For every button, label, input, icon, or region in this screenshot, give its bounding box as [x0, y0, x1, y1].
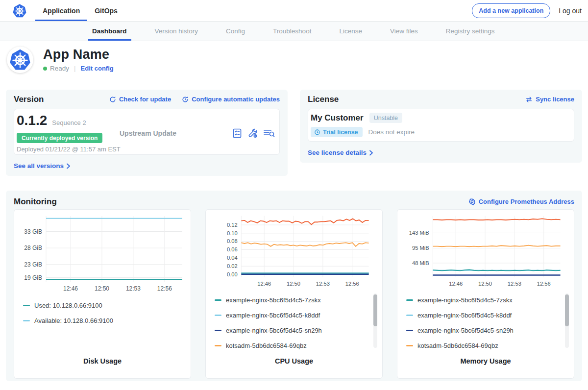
see-all-versions-link[interactable]: See all versions	[14, 162, 71, 170]
legend-color-dash	[215, 330, 221, 331]
license-card: License Sync license My Customer Unstabl…	[300, 90, 582, 163]
monitoring-card: Monitoring Configure Prometheus Address …	[6, 191, 582, 381]
release-notes-icon[interactable]	[232, 128, 243, 139]
gear-icon	[468, 198, 476, 205]
subnav-tab-registry-settings[interactable]: Registry settings	[446, 22, 495, 41]
chevron-right-icon	[66, 163, 71, 169]
logout-link[interactable]: Log out	[559, 7, 582, 15]
legend-item: Available: 10.128.0.66:9100	[23, 317, 181, 324]
legend-color-dash	[406, 345, 413, 346]
subnav-tab-version-history[interactable]: Version history	[155, 22, 198, 41]
legend-item: kotsadm-5db6dc6584-69qbz	[215, 342, 372, 349]
legend-color-dash	[215, 315, 221, 316]
see-license-details-link[interactable]: See license details	[308, 149, 373, 156]
svg-text:12:46: 12:46	[63, 285, 78, 292]
chart-plot: 33 GiB28 GiB23 GiB19 GiB12:4612:5012:531…	[14, 213, 191, 297]
legend-color-dash	[406, 299, 413, 301]
legend-label: Available: 10.128.0.66:9100	[34, 317, 113, 324]
chart-legend: example-nginx-5bc6f5d4c5-7zskxexample-ng…	[397, 292, 574, 357]
divider: |	[74, 65, 76, 72]
legend-scrollbar[interactable]	[373, 293, 377, 348]
license-type-badge: Trial license	[311, 127, 363, 137]
topnav-tabs: ApplicationGitOps	[35, 0, 125, 21]
monitoring-panels: 33 GiB28 GiB23 GiB19 GiB12:4612:5012:531…	[14, 209, 574, 379]
svg-text:0.06: 0.06	[227, 246, 238, 252]
svg-text:48 MiB: 48 MiB	[412, 260, 429, 266]
subnav-tab-dashboard[interactable]: Dashboard	[92, 22, 127, 41]
chart-title: Memory Usage	[397, 357, 574, 366]
subnav: DashboardVersion historyConfigTroublesho…	[0, 22, 588, 41]
svg-text:12:53: 12:53	[316, 281, 330, 287]
svg-text:12:53: 12:53	[126, 285, 141, 292]
chart-plot: 0.120.100.080.060.040.020.0012:4612:5012…	[206, 213, 382, 292]
legend-color-dash	[406, 315, 413, 316]
svg-text:33 GiB: 33 GiB	[24, 228, 42, 235]
svg-text:19 GiB: 19 GiB	[24, 274, 42, 281]
legend-item: example-nginx-5bc6f5d4c5-k8ddf	[215, 312, 372, 319]
legend-scrollbar-thumb[interactable]	[565, 294, 569, 326]
kubernetes-logo-icon	[12, 0, 27, 21]
legend-label: example-nginx-5bc6f5d4c5-k8ddf	[417, 312, 512, 319]
legend-item: example-nginx-5bc6f5d4c5-7zskx	[406, 296, 564, 304]
svg-text:0.00: 0.00	[227, 271, 238, 277]
legend-item: Used: 10.128.0.66:9100	[23, 302, 181, 309]
configure-automatic-updates-link[interactable]: Configure automatic updates	[182, 96, 280, 103]
chart-legend: Used: 10.128.0.66:9100Available: 10.128.…	[14, 297, 191, 357]
svg-text:12:56: 12:56	[537, 281, 551, 287]
svg-text:12:46: 12:46	[257, 281, 271, 287]
topnav-tab-gitops[interactable]: GitOps	[87, 0, 125, 21]
status-dot	[43, 67, 47, 71]
chart-title: CPU Usage	[206, 357, 382, 366]
legend-color-dash	[23, 305, 30, 306]
legend-label: example-nginx-5bc6f5d4c5-7zskx	[417, 296, 513, 304]
svg-text:12:50: 12:50	[478, 281, 492, 287]
svg-text:95 MiB: 95 MiB	[412, 245, 429, 251]
legend-color-dash	[215, 299, 221, 301]
config-wrench-icon[interactable]	[247, 128, 258, 139]
chart-title: Disk Usage	[14, 357, 191, 366]
subnav-tab-config[interactable]: Config	[226, 22, 245, 41]
svg-text:12:46: 12:46	[449, 281, 463, 287]
legend-color-dash	[215, 345, 221, 346]
legend-scrollbar-thumb[interactable]	[373, 294, 377, 326]
sync-license-link[interactable]: Sync license	[525, 96, 574, 103]
legend-color-dash	[23, 320, 30, 321]
svg-text:12:53: 12:53	[508, 281, 521, 287]
top-nav: ApplicationGitOps Add a new application …	[0, 0, 588, 22]
svg-text:0.04: 0.04	[227, 255, 238, 261]
version-number: 0.1.2	[17, 113, 47, 127]
subnav-tab-view-files[interactable]: View files	[390, 22, 418, 41]
svg-text:12:50: 12:50	[95, 285, 109, 292]
topnav-tab-application[interactable]: Application	[35, 0, 87, 21]
check-for-update-link[interactable]: Check for update	[109, 96, 171, 103]
configure-prometheus-link[interactable]: Configure Prometheus Address	[468, 198, 574, 205]
svg-text:0.02: 0.02	[227, 263, 238, 269]
svg-text:12:50: 12:50	[287, 281, 300, 287]
page-title: App Name	[43, 47, 114, 62]
legend-label: example-nginx-5bc6f5d4c5-sn29h	[417, 327, 514, 334]
legend-item: kotsadm-5db6dc6584-69qbz	[406, 342, 564, 349]
legend-label: example-nginx-5bc6f5d4c5-sn29h	[226, 327, 322, 334]
edit-config-link[interactable]: Edit config	[81, 65, 114, 72]
version-source: Upstream Update	[120, 129, 176, 137]
legend-item: example-nginx-5bc6f5d4c5-7zskx	[215, 296, 372, 304]
chart-panel-disk-usage: 33 GiB28 GiB23 GiB19 GiB12:4612:5012:531…	[14, 209, 191, 379]
legend-item: example-nginx-5bc6f5d4c5-sn29h	[406, 327, 564, 334]
legend-scrollbar[interactable]	[565, 293, 569, 348]
license-expiry: Does not expire	[368, 128, 415, 136]
svg-text:0.12: 0.12	[227, 222, 238, 228]
subnav-tab-troubleshoot[interactable]: Troubleshoot	[273, 22, 311, 41]
legend-item: example-nginx-5bc6f5d4c5-sn29h	[215, 327, 372, 334]
add-application-button[interactable]: Add a new application	[472, 3, 550, 18]
svg-text:0.08: 0.08	[227, 238, 238, 244]
sequence-label: Sequence 2	[52, 119, 86, 126]
svg-text:0.10: 0.10	[227, 230, 238, 236]
legend-label: kotsadm-5db6dc6584-69qbz	[226, 342, 307, 349]
version-card-title: Version	[14, 95, 44, 103]
license-card-title: License	[308, 95, 339, 103]
app-header: App Name Ready | Edit config	[0, 41, 588, 81]
legend-label: kotsadm-5db6dc6584-69qbz	[417, 342, 498, 349]
status-text: Ready	[50, 65, 69, 72]
subnav-tab-license[interactable]: License	[339, 22, 362, 41]
diff-view-icon[interactable]	[263, 128, 275, 139]
